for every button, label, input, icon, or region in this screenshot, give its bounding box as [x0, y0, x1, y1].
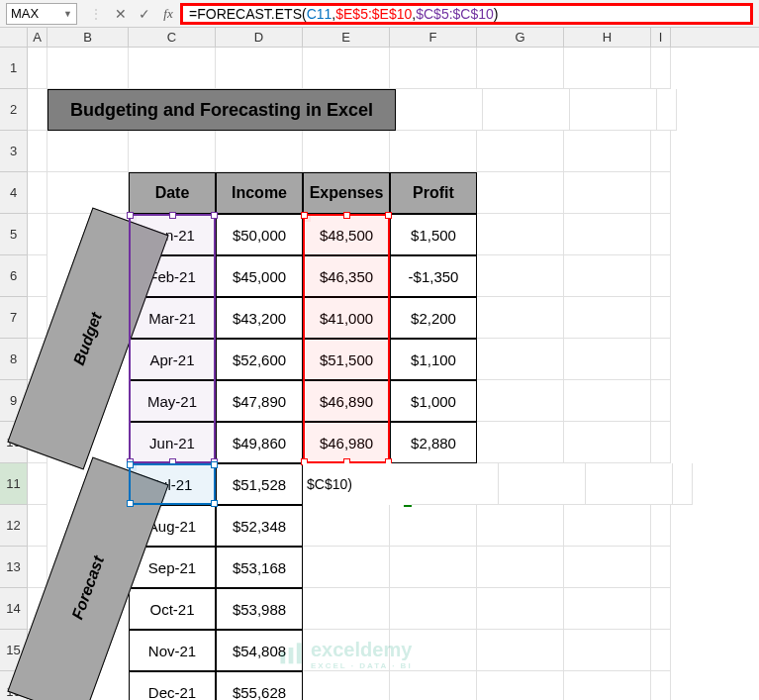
separator: ⋮: [89, 6, 103, 22]
cell[interactable]: $46,350: [303, 255, 390, 297]
cell[interactable]: $47,890: [216, 380, 303, 422]
column-headers: A B C D E F G H I: [28, 28, 759, 48]
row-header[interactable]: 1: [0, 48, 27, 89]
enter-icon[interactable]: ✓: [133, 6, 156, 22]
cell[interactable]: $53,168: [216, 547, 303, 588]
spreadsheet: 1 2 3 4 5 6 7 8 9 10 11 12 13 14 15 16 A…: [0, 28, 759, 700]
header-expenses[interactable]: Expenses: [303, 172, 390, 214]
col-header[interactable]: H: [564, 28, 651, 47]
cell[interactable]: Jun-21: [129, 422, 216, 463]
grid[interactable]: A B C D E F G H I Budgeting and Forecast…: [28, 28, 759, 700]
cell[interactable]: $50,000: [216, 214, 303, 255]
cell[interactable]: Nov-21: [129, 630, 216, 671]
row-header[interactable]: 4: [0, 172, 27, 214]
cell[interactable]: $51,528: [216, 463, 303, 505]
cell[interactable]: Oct-21: [129, 588, 216, 630]
col-header[interactable]: C: [129, 28, 216, 47]
row-header[interactable]: 12: [0, 505, 27, 547]
header-date[interactable]: Date: [129, 172, 216, 214]
fx-icon[interactable]: fx: [156, 6, 180, 22]
cell[interactable]: $2,200: [390, 297, 477, 339]
select-all[interactable]: [0, 28, 27, 48]
col-header[interactable]: I: [651, 28, 671, 47]
cell[interactable]: $1,000: [390, 380, 477, 422]
row-header[interactable]: 11: [0, 463, 27, 505]
col-header[interactable]: A: [28, 28, 47, 47]
row-header[interactable]: 6: [0, 255, 27, 297]
row-headers: 1 2 3 4 5 6 7 8 9 10 11 12 13 14 15 16: [0, 28, 28, 700]
row-header[interactable]: 5: [0, 214, 27, 255]
cell[interactable]: $51,500: [303, 339, 390, 380]
row-header[interactable]: 8: [0, 339, 27, 380]
cell[interactable]: $45,000: [216, 255, 303, 297]
formula-bar: MAX ▼ ⋮ ✕ ✓ fx =FORECAST.ETS(C11,$E$5:$E…: [0, 0, 759, 28]
cell[interactable]: $46,890: [303, 380, 390, 422]
active-cell[interactable]: $C$10): [303, 463, 412, 505]
page-title[interactable]: Budgeting and Forecasting in Excel: [47, 89, 396, 131]
cell[interactable]: $52,600: [216, 339, 303, 380]
cell[interactable]: $55,628: [216, 671, 303, 700]
col-header[interactable]: E: [303, 28, 390, 47]
cell[interactable]: $2,880: [390, 422, 477, 463]
col-header[interactable]: G: [477, 28, 564, 47]
cancel-icon[interactable]: ✕: [109, 6, 133, 22]
cell[interactable]: $48,500: [303, 214, 390, 255]
formula-input[interactable]: =FORECAST.ETS(C11,$E$5:$E$10,$C$5:$C$10): [180, 3, 753, 25]
cell[interactable]: $53,988: [216, 588, 303, 630]
cell[interactable]: $41,000: [303, 297, 390, 339]
cell[interactable]: May-21: [129, 380, 216, 422]
row-header[interactable]: 3: [0, 131, 27, 172]
col-header[interactable]: D: [216, 28, 303, 47]
cell[interactable]: $1,100: [390, 339, 477, 380]
header-income[interactable]: Income: [216, 172, 303, 214]
row-header[interactable]: 7: [0, 297, 27, 339]
dropdown-icon[interactable]: ▼: [63, 9, 72, 19]
cell[interactable]: $43,200: [216, 297, 303, 339]
cell[interactable]: -$1,350: [390, 255, 477, 297]
name-box[interactable]: MAX ▼: [6, 3, 77, 25]
row-header[interactable]: 13: [0, 547, 27, 588]
row-header[interactable]: 14: [0, 588, 27, 630]
cell[interactable]: $52,348: [216, 505, 303, 547]
cell[interactable]: $46,980: [303, 422, 390, 463]
cell[interactable]: $1,500: [390, 214, 477, 255]
cell[interactable]: Dec-21: [129, 671, 216, 700]
cell[interactable]: Apr-21: [129, 339, 216, 380]
name-box-value: MAX: [11, 6, 39, 21]
cell[interactable]: $54,808: [216, 630, 303, 671]
col-header[interactable]: B: [47, 28, 129, 47]
cell[interactable]: $49,860: [216, 422, 303, 463]
header-profit[interactable]: Profit: [390, 172, 477, 214]
col-header[interactable]: F: [390, 28, 477, 47]
row-header[interactable]: 2: [0, 89, 27, 131]
